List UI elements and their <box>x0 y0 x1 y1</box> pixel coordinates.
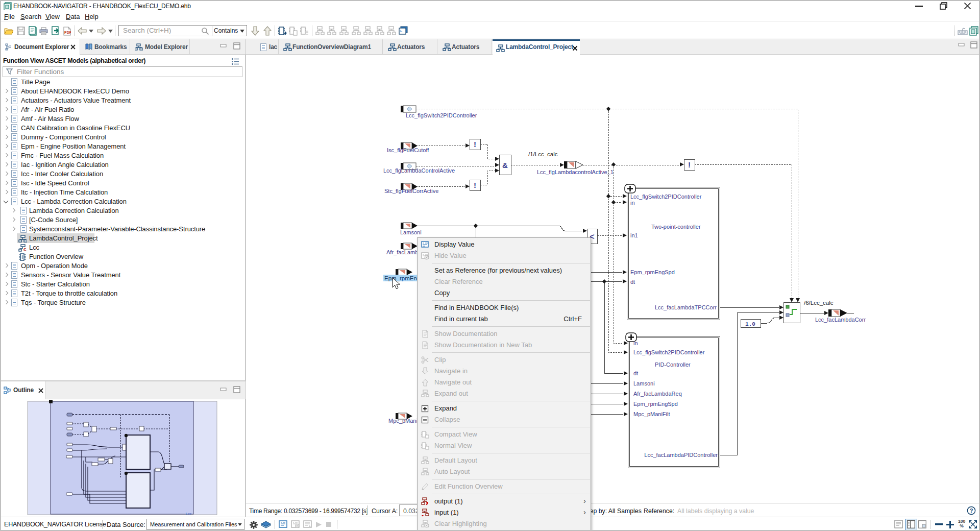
svg-text:Lcc_flgSwitch2PIDController: Lcc_flgSwitch2PIDController <box>406 112 477 118</box>
svg-text:Lcc_facLambdaCorr: Lcc_facLambdaCorr <box>815 317 866 323</box>
svg-text:/1/Lcc_calc: /1/Lcc_calc <box>528 151 558 157</box>
svg-text:PID-Controller: PID-Controller <box>655 361 691 368</box>
svg-text:Afr_facLambdaReq: Afr_facLambdaReq <box>633 391 682 397</box>
svg-text:in: in <box>633 340 638 346</box>
svg-text:Stc_flgFuelCorrActive: Stc_flgFuelCorrActive <box>384 188 438 194</box>
svg-text:c: c <box>23 247 27 252</box>
svg-text:Lcc: Lcc <box>186 512 191 516</box>
svg-text:Epm_rpmEngSpd: Epm_rpmEngSpd <box>633 401 678 407</box>
svg-text:Lamsoni: Lamsoni <box>633 380 655 387</box>
svg-text:dt: dt <box>630 279 635 285</box>
svg-text:Two-point-controller: Two-point-controller <box>651 224 701 230</box>
svg-text:Isc_flgFuelCutoff: Isc_flgFuelCutoff <box>387 147 429 153</box>
svg-text:Lcc_flgLambdacontrolActive_1: Lcc_flgLambdacontrolActive_1 <box>537 169 614 175</box>
svg-text:in: in <box>630 200 635 206</box>
svg-text:?: ? <box>970 508 973 514</box>
svg-text:Lcc_facLambdaPIDController: Lcc_facLambdaPIDController <box>644 452 718 458</box>
svg-text:Lcc_flgLambdaControlActive: Lcc_flgLambdaControlActive <box>383 167 455 174</box>
svg-text:Lcc_flgSwitch2PIDController: Lcc_flgSwitch2PIDController <box>633 349 705 355</box>
svg-text:&: & <box>502 161 508 170</box>
svg-text:Epm_rpmEngSpd: Epm_rpmEngSpd <box>630 269 675 275</box>
svg-text:!: ! <box>474 140 476 149</box>
svg-text:!: ! <box>688 160 691 169</box>
svg-text:Lamsoni: Lamsoni <box>400 229 422 235</box>
svg-text:Lcc_flgSwitch2PIDController: Lcc_flgSwitch2PIDController <box>630 194 702 200</box>
svg-text:!: ! <box>474 181 476 189</box>
svg-text:/6/Lcc_calc: /6/Lcc_calc <box>804 300 834 306</box>
svg-text:Lcc_facLambdaTPCCorr: Lcc_facLambdaTPCCorr <box>655 304 717 310</box>
svg-text:PDF: PDF <box>64 31 71 34</box>
svg-text:in1: in1 <box>630 232 638 238</box>
svg-text:Mpc_pManiFilt: Mpc_pManiFilt <box>633 411 670 417</box>
svg-text:1.0: 1.0 <box>745 321 755 327</box>
svg-text:dt: dt <box>633 370 638 376</box>
